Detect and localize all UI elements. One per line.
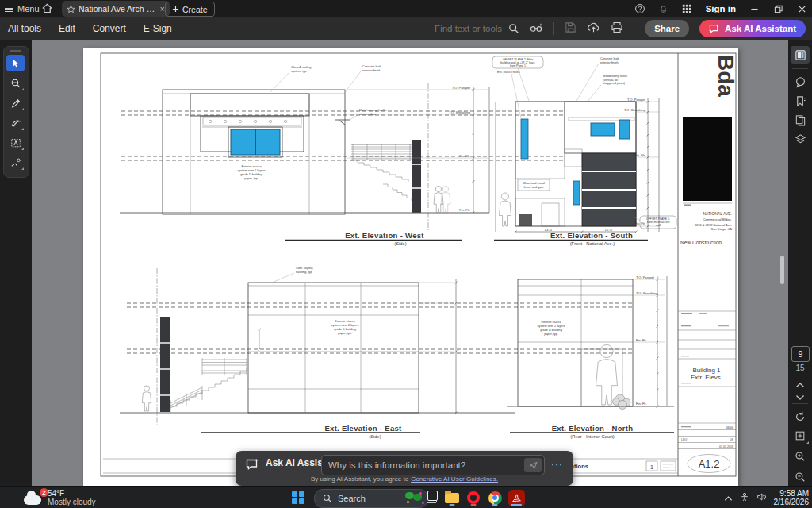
south-elevation-drawing: Wood and metal fence and gate OFFSET PLA…	[492, 56, 676, 246]
title-bar: Menu National Ave Arch Dwg... × Create S…	[0, 0, 812, 17]
svg-text:paper, typ.: paper, typ.	[544, 333, 558, 336]
sign-in-button[interactable]: Sign in	[706, 4, 736, 13]
menu-button[interactable]: Menu	[5, 0, 40, 17]
layers-button[interactable]	[791, 130, 810, 148]
notification-badge: 2	[40, 488, 48, 497]
rotate-page-button[interactable]	[791, 408, 810, 425]
fill-sign-tool-button[interactable]	[6, 154, 25, 171]
taskbar-clock[interactable]: 9:58 AM 2/16/2026	[774, 489, 810, 507]
speaker-icon	[756, 492, 767, 502]
svg-text:LDO: LDO	[681, 438, 688, 441]
edit-tab[interactable]: Edit	[59, 23, 75, 34]
active-indicator	[511, 504, 522, 506]
close-button[interactable]	[796, 3, 807, 14]
chrome-icon	[488, 491, 502, 505]
home-button[interactable]	[41, 2, 53, 16]
right-panel-dock: 9 15	[788, 40, 812, 486]
opera-icon	[467, 491, 480, 504]
palette-drag-handle[interactable]	[10, 50, 21, 52]
page-thumbnails-button[interactable]	[791, 46, 810, 64]
ai-chat-icon	[246, 458, 259, 471]
zoom-out-button[interactable]	[791, 468, 810, 486]
svg-text:Exterior stucco: Exterior stucco	[241, 165, 261, 168]
svg-text:New Construction: New Construction	[680, 240, 722, 245]
apps-grid-button[interactable]	[682, 3, 693, 14]
help-button[interactable]	[634, 3, 645, 14]
svg-text:(Side): (Side)	[394, 241, 407, 246]
hamburger-icon	[5, 4, 13, 14]
comments-icon	[795, 76, 806, 88]
opera-button[interactable]	[464, 489, 483, 506]
attachments-button[interactable]	[791, 111, 810, 129]
find-input[interactable]	[421, 23, 504, 34]
create-label: Create	[182, 5, 208, 14]
comments-button[interactable]	[791, 73, 810, 90]
annotate-tool-button[interactable]	[6, 94, 25, 111]
current-page-input[interactable]: 9	[791, 346, 810, 362]
find-box[interactable]	[421, 23, 519, 34]
signature-icon	[10, 157, 21, 168]
svg-text:Bda: Bda	[714, 55, 738, 97]
send-icon	[529, 461, 538, 470]
taskbar-search[interactable]: Search	[314, 489, 428, 508]
zoom-in-button[interactable]	[791, 448, 810, 465]
weather-widget[interactable]: 2 54°FMostly cloudy	[24, 487, 96, 508]
add-text-tool-button[interactable]	[6, 134, 25, 151]
svg-text:Wood and metal: Wood and metal	[523, 182, 545, 185]
dropdown-corner	[806, 441, 809, 444]
notifications-button[interactable]	[658, 3, 669, 14]
convert-tab[interactable]: Convert	[93, 23, 126, 34]
ai-prompt-field[interactable]	[321, 455, 545, 475]
windows-taskbar: SAN DIEGO 2 54°FMostly cloudy Search 9:5…	[0, 486, 812, 508]
guidelines-link[interactable]: Generative AI User Guidelines.	[411, 475, 498, 483]
select-tool-button[interactable]	[6, 55, 25, 71]
pdf-page[interactable]: T.O. Parapet T.O. Sheathing Fin. Flr. Fi…	[83, 48, 738, 486]
task-view-button[interactable]	[422, 489, 441, 506]
print-button[interactable]	[611, 21, 623, 36]
esign-tab[interactable]: E-Sign	[144, 23, 172, 34]
svg-text:at entry door: at entry door	[359, 113, 377, 116]
ai-summary-button[interactable]	[530, 22, 543, 36]
tray-chevron-button[interactable]	[724, 491, 733, 505]
send-button[interactable]	[524, 458, 542, 472]
north-elevation-drawing: Exterior stucco system over 2 layers gra…	[508, 275, 674, 439]
svg-text:exterior finish: exterior finish	[600, 61, 619, 64]
svg-text:staggered joints): staggered joints)	[603, 82, 626, 85]
all-tools-tab[interactable]: All tools	[8, 23, 41, 34]
create-button[interactable]: Create	[165, 2, 215, 17]
start-button[interactable]	[292, 491, 304, 504]
attachments-icon	[795, 114, 806, 126]
svg-text:Ext. Elevation - South: Ext. Elevation - South	[550, 231, 633, 240]
screen: Menu National Ave Arch Dwg... × Create S…	[0, 0, 812, 508]
west-elevation-drawing: T.O. Parapet T.O. Sheathing Fin. Flr. Fi…	[120, 65, 489, 246]
svg-text:grade D building: grade D building	[540, 329, 562, 332]
upload-cloud-button[interactable]	[587, 21, 600, 36]
minimize-button[interactable]	[749, 3, 760, 14]
fit-page-button[interactable]	[791, 427, 810, 444]
running-indicator	[492, 504, 498, 506]
tray-accessibility-button[interactable]	[740, 491, 749, 505]
vertical-scrollbar-thumb[interactable]	[780, 256, 784, 284]
svg-text:07.01.2018: 07.01.2018	[719, 445, 733, 448]
tray-volume-button[interactable]	[756, 491, 767, 505]
ai-prompt-input[interactable]	[322, 460, 524, 470]
chrome-button[interactable]	[485, 489, 504, 506]
help-icon	[634, 3, 645, 14]
file-explorer-button[interactable]	[442, 489, 462, 506]
cloud-icon	[24, 495, 41, 505]
document-tab[interactable]: National Ave Arch Dwg... ×	[62, 1, 170, 17]
restore-button[interactable]	[772, 3, 783, 14]
layers-icon	[795, 133, 806, 145]
save-button[interactable]	[565, 21, 576, 36]
more-options-button[interactable]: ···	[551, 459, 563, 470]
share-button[interactable]: Share	[645, 20, 689, 37]
bookmarks-button[interactable]	[791, 92, 810, 110]
zoom-tool-button[interactable]	[6, 75, 25, 91]
svg-text:system over 2 layers: system over 2 layers	[538, 325, 565, 328]
acrobat-button[interactable]	[507, 489, 526, 506]
highlight-tool-button[interactable]	[6, 114, 25, 131]
svg-text:Fin. Flr.: Fin. Flr.	[634, 153, 645, 157]
divider	[792, 68, 808, 69]
svg-text:Cont. coping: Cont. coping	[296, 267, 312, 270]
ask-ai-button[interactable]: Ask AI Assistant	[699, 20, 806, 37]
